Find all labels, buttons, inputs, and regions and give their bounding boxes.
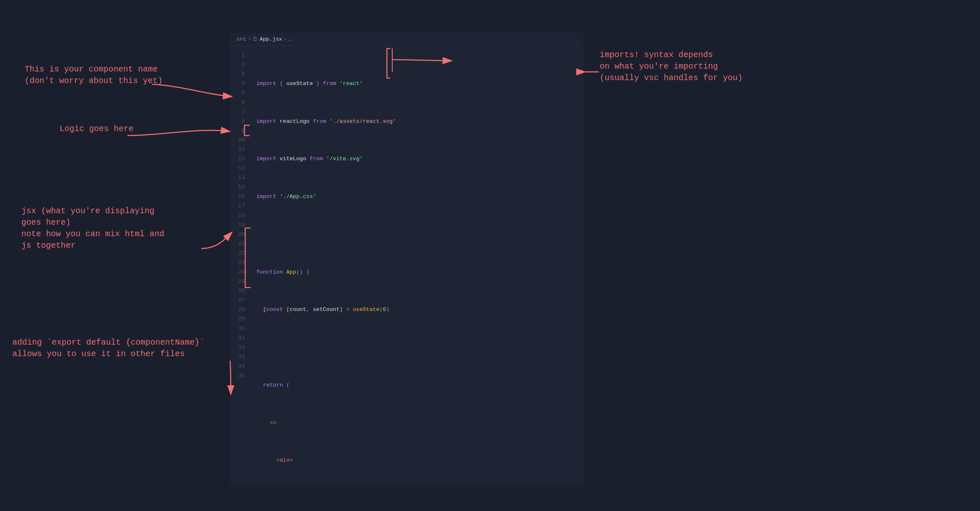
line-4: import './App.css' <box>256 192 583 202</box>
line-10: <> <box>256 419 583 428</box>
breadcrumb: src > 🗋 App.jsx > … <box>230 33 583 46</box>
annotation-export: adding `export default {componentName}`a… <box>12 337 205 360</box>
annotation-logic: Logic goes here <box>60 123 133 135</box>
line-6: function App() { <box>256 268 583 277</box>
line-5 <box>256 230 583 239</box>
code-editor: src > 🗋 App.jsx > … 12345 678910 1112131… <box>230 33 583 485</box>
line-7: [const [count, setCount] = useState(0) <box>256 305 583 315</box>
line-3: import viteLogo from '/vite.svg' <box>256 154 583 164</box>
line-8 <box>256 343 583 352</box>
line-numbers: 12345 678910 1112131415 1617181920 21222… <box>230 46 250 485</box>
line-2: import reactLogo from './assets/react.sv… <box>256 117 583 127</box>
code-area: 12345 678910 1112131415 1617181920 21222… <box>230 46 583 485</box>
breadcrumb-sep1: > <box>248 36 251 42</box>
breadcrumb-file-icon: 🗋 <box>253 36 258 42</box>
code-lines: import { useState } from 'react' import … <box>250 46 583 485</box>
breadcrumb-sep2: > <box>284 36 287 42</box>
annotation-imports: imports! syntax dependson what you're im… <box>600 49 743 84</box>
annotation-component-name: This is your component name(don't worry … <box>25 64 163 87</box>
annotation-jsx: jsx (what you're displayinggoes here)not… <box>21 205 164 251</box>
breadcrumb-src: src <box>237 36 246 42</box>
line-11: <div> <box>256 456 583 465</box>
line-9: return ( <box>256 381 583 390</box>
breadcrumb-ellipsis: … <box>289 36 292 42</box>
breadcrumb-filename: App.jsx <box>260 36 282 42</box>
line-1: import { useState } from 'react' <box>256 79 583 89</box>
